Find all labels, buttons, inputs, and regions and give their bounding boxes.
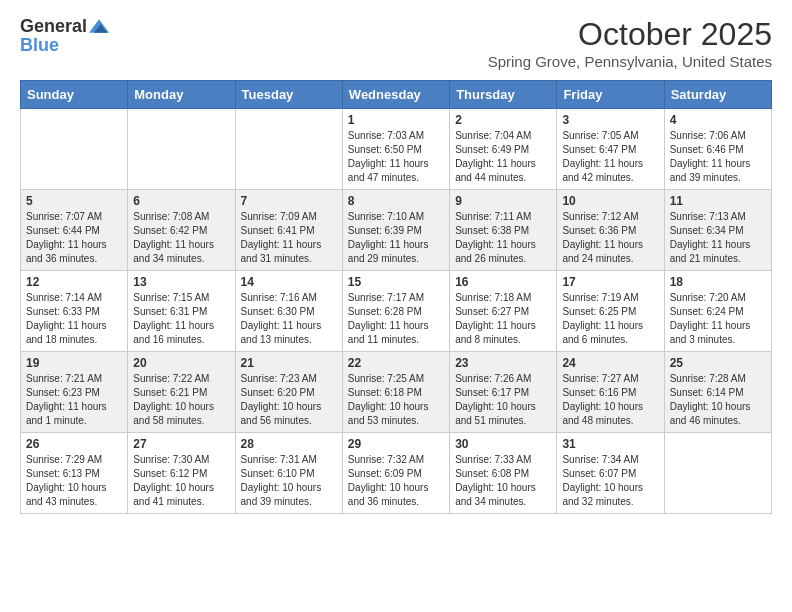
day-number: 27	[133, 437, 229, 451]
day-info: Sunrise: 7:21 AM Sunset: 6:23 PM Dayligh…	[26, 372, 122, 428]
day-number: 6	[133, 194, 229, 208]
day-number: 26	[26, 437, 122, 451]
calendar-cell: 20Sunrise: 7:22 AM Sunset: 6:21 PM Dayli…	[128, 352, 235, 433]
day-info: Sunrise: 7:18 AM Sunset: 6:27 PM Dayligh…	[455, 291, 551, 347]
day-number: 9	[455, 194, 551, 208]
logo-general: General	[20, 17, 87, 35]
day-info: Sunrise: 7:07 AM Sunset: 6:44 PM Dayligh…	[26, 210, 122, 266]
day-number: 4	[670, 113, 766, 127]
calendar-cell: 14Sunrise: 7:16 AM Sunset: 6:30 PM Dayli…	[235, 271, 342, 352]
weekday-header-row: SundayMondayTuesdayWednesdayThursdayFrid…	[21, 81, 772, 109]
calendar-cell: 12Sunrise: 7:14 AM Sunset: 6:33 PM Dayli…	[21, 271, 128, 352]
week-row-1: 1Sunrise: 7:03 AM Sunset: 6:50 PM Daylig…	[21, 109, 772, 190]
calendar-cell: 23Sunrise: 7:26 AM Sunset: 6:17 PM Dayli…	[450, 352, 557, 433]
day-number: 21	[241, 356, 337, 370]
day-number: 3	[562, 113, 658, 127]
day-number: 14	[241, 275, 337, 289]
day-info: Sunrise: 7:22 AM Sunset: 6:21 PM Dayligh…	[133, 372, 229, 428]
calendar-cell: 28Sunrise: 7:31 AM Sunset: 6:10 PM Dayli…	[235, 433, 342, 514]
calendar-cell: 21Sunrise: 7:23 AM Sunset: 6:20 PM Dayli…	[235, 352, 342, 433]
month-title: October 2025	[488, 16, 772, 53]
calendar-cell: 7Sunrise: 7:09 AM Sunset: 6:41 PM Daylig…	[235, 190, 342, 271]
day-info: Sunrise: 7:31 AM Sunset: 6:10 PM Dayligh…	[241, 453, 337, 509]
day-number: 29	[348, 437, 444, 451]
calendar-cell: 2Sunrise: 7:04 AM Sunset: 6:49 PM Daylig…	[450, 109, 557, 190]
day-info: Sunrise: 7:30 AM Sunset: 6:12 PM Dayligh…	[133, 453, 229, 509]
day-number: 13	[133, 275, 229, 289]
day-info: Sunrise: 7:17 AM Sunset: 6:28 PM Dayligh…	[348, 291, 444, 347]
day-number: 2	[455, 113, 551, 127]
calendar-cell: 15Sunrise: 7:17 AM Sunset: 6:28 PM Dayli…	[342, 271, 449, 352]
weekday-header-sunday: Sunday	[21, 81, 128, 109]
day-info: Sunrise: 7:20 AM Sunset: 6:24 PM Dayligh…	[670, 291, 766, 347]
weekday-header-saturday: Saturday	[664, 81, 771, 109]
day-info: Sunrise: 7:15 AM Sunset: 6:31 PM Dayligh…	[133, 291, 229, 347]
day-number: 31	[562, 437, 658, 451]
calendar-cell	[235, 109, 342, 190]
day-number: 20	[133, 356, 229, 370]
calendar-cell: 1Sunrise: 7:03 AM Sunset: 6:50 PM Daylig…	[342, 109, 449, 190]
header: General Blue October 2025 Spring Grove, …	[20, 16, 772, 70]
day-info: Sunrise: 7:32 AM Sunset: 6:09 PM Dayligh…	[348, 453, 444, 509]
day-info: Sunrise: 7:19 AM Sunset: 6:25 PM Dayligh…	[562, 291, 658, 347]
calendar-cell: 4Sunrise: 7:06 AM Sunset: 6:46 PM Daylig…	[664, 109, 771, 190]
calendar-cell: 3Sunrise: 7:05 AM Sunset: 6:47 PM Daylig…	[557, 109, 664, 190]
day-info: Sunrise: 7:10 AM Sunset: 6:39 PM Dayligh…	[348, 210, 444, 266]
day-number: 1	[348, 113, 444, 127]
day-number: 22	[348, 356, 444, 370]
logo-icon	[89, 16, 109, 36]
day-info: Sunrise: 7:12 AM Sunset: 6:36 PM Dayligh…	[562, 210, 658, 266]
weekday-header-friday: Friday	[557, 81, 664, 109]
calendar-cell: 27Sunrise: 7:30 AM Sunset: 6:12 PM Dayli…	[128, 433, 235, 514]
calendar-cell: 17Sunrise: 7:19 AM Sunset: 6:25 PM Dayli…	[557, 271, 664, 352]
week-row-5: 26Sunrise: 7:29 AM Sunset: 6:13 PM Dayli…	[21, 433, 772, 514]
day-info: Sunrise: 7:03 AM Sunset: 6:50 PM Dayligh…	[348, 129, 444, 185]
calendar-cell: 22Sunrise: 7:25 AM Sunset: 6:18 PM Dayli…	[342, 352, 449, 433]
calendar-cell: 24Sunrise: 7:27 AM Sunset: 6:16 PM Dayli…	[557, 352, 664, 433]
week-row-2: 5Sunrise: 7:07 AM Sunset: 6:44 PM Daylig…	[21, 190, 772, 271]
weekday-header-tuesday: Tuesday	[235, 81, 342, 109]
calendar-cell: 19Sunrise: 7:21 AM Sunset: 6:23 PM Dayli…	[21, 352, 128, 433]
day-number: 28	[241, 437, 337, 451]
calendar-cell: 25Sunrise: 7:28 AM Sunset: 6:14 PM Dayli…	[664, 352, 771, 433]
day-info: Sunrise: 7:34 AM Sunset: 6:07 PM Dayligh…	[562, 453, 658, 509]
location-title: Spring Grove, Pennsylvania, United State…	[488, 53, 772, 70]
calendar-cell: 31Sunrise: 7:34 AM Sunset: 6:07 PM Dayli…	[557, 433, 664, 514]
day-number: 17	[562, 275, 658, 289]
week-row-4: 19Sunrise: 7:21 AM Sunset: 6:23 PM Dayli…	[21, 352, 772, 433]
calendar-cell	[21, 109, 128, 190]
day-number: 18	[670, 275, 766, 289]
day-number: 16	[455, 275, 551, 289]
week-row-3: 12Sunrise: 7:14 AM Sunset: 6:33 PM Dayli…	[21, 271, 772, 352]
calendar-cell: 10Sunrise: 7:12 AM Sunset: 6:36 PM Dayli…	[557, 190, 664, 271]
day-info: Sunrise: 7:11 AM Sunset: 6:38 PM Dayligh…	[455, 210, 551, 266]
day-number: 5	[26, 194, 122, 208]
day-info: Sunrise: 7:16 AM Sunset: 6:30 PM Dayligh…	[241, 291, 337, 347]
weekday-header-thursday: Thursday	[450, 81, 557, 109]
logo: General Blue	[20, 16, 109, 54]
day-info: Sunrise: 7:05 AM Sunset: 6:47 PM Dayligh…	[562, 129, 658, 185]
calendar-cell: 18Sunrise: 7:20 AM Sunset: 6:24 PM Dayli…	[664, 271, 771, 352]
day-info: Sunrise: 7:09 AM Sunset: 6:41 PM Dayligh…	[241, 210, 337, 266]
day-info: Sunrise: 7:08 AM Sunset: 6:42 PM Dayligh…	[133, 210, 229, 266]
day-number: 24	[562, 356, 658, 370]
day-info: Sunrise: 7:04 AM Sunset: 6:49 PM Dayligh…	[455, 129, 551, 185]
day-info: Sunrise: 7:29 AM Sunset: 6:13 PM Dayligh…	[26, 453, 122, 509]
day-info: Sunrise: 7:13 AM Sunset: 6:34 PM Dayligh…	[670, 210, 766, 266]
day-number: 8	[348, 194, 444, 208]
day-number: 15	[348, 275, 444, 289]
day-number: 30	[455, 437, 551, 451]
day-info: Sunrise: 7:27 AM Sunset: 6:16 PM Dayligh…	[562, 372, 658, 428]
day-number: 12	[26, 275, 122, 289]
calendar-cell: 30Sunrise: 7:33 AM Sunset: 6:08 PM Dayli…	[450, 433, 557, 514]
day-info: Sunrise: 7:26 AM Sunset: 6:17 PM Dayligh…	[455, 372, 551, 428]
weekday-header-wednesday: Wednesday	[342, 81, 449, 109]
day-number: 25	[670, 356, 766, 370]
calendar-cell: 9Sunrise: 7:11 AM Sunset: 6:38 PM Daylig…	[450, 190, 557, 271]
weekday-header-monday: Monday	[128, 81, 235, 109]
day-info: Sunrise: 7:33 AM Sunset: 6:08 PM Dayligh…	[455, 453, 551, 509]
day-info: Sunrise: 7:23 AM Sunset: 6:20 PM Dayligh…	[241, 372, 337, 428]
calendar-cell: 11Sunrise: 7:13 AM Sunset: 6:34 PM Dayli…	[664, 190, 771, 271]
calendar-cell: 13Sunrise: 7:15 AM Sunset: 6:31 PM Dayli…	[128, 271, 235, 352]
calendar-cell: 29Sunrise: 7:32 AM Sunset: 6:09 PM Dayli…	[342, 433, 449, 514]
